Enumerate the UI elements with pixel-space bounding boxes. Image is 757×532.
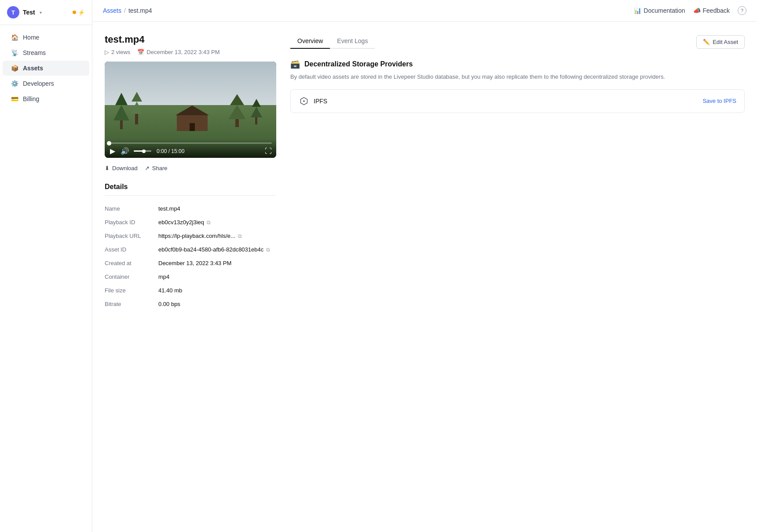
documentation-button[interactable]: 📊 Documentation (634, 7, 685, 14)
ipfs-icon (299, 96, 309, 106)
workspace-name: Test (23, 9, 35, 16)
sidebar: T Test ▾ ⚡ 🏠 Home 📡 Streams 📦 Assets ⚙️ … (0, 0, 92, 532)
edit-asset-label: Edit Asset (713, 39, 738, 45)
ipfs-label: IPFS (314, 98, 327, 105)
tree-top2c (230, 94, 244, 105)
cabin (177, 107, 208, 131)
tab-event-logs[interactable]: Event Logs (330, 34, 375, 49)
tabs-row: Overview Event Logs ✏️ Edit Asset (290, 34, 745, 49)
tree-right (228, 100, 246, 127)
copy-button[interactable]: ⧉ (266, 247, 270, 253)
sidebar-item-developers[interactable]: ⚙️ Developers (3, 76, 89, 91)
table-row: Playback IDeb0cv13z0y2j3ieq⧉ (105, 215, 276, 229)
lightning-icon: ⚡ (78, 9, 85, 16)
progress-bar[interactable] (109, 142, 272, 144)
asset-title: test.mp4 (105, 34, 276, 45)
views-meta: ▷ 2 views (105, 49, 130, 55)
detail-value: test.mp4 (158, 205, 180, 212)
details-title: Details (105, 183, 276, 196)
cabin-door (190, 123, 195, 131)
share-label: Share (152, 165, 168, 171)
play-meta-icon: ▷ (105, 49, 109, 55)
detail-label: Asset ID (105, 246, 153, 253)
tree-left (113, 99, 129, 129)
sidebar-header[interactable]: T Test ▾ ⚡ (0, 0, 92, 25)
detail-value: 41.40 mb (158, 287, 182, 294)
detail-label: Playback ID (105, 219, 153, 226)
copy-button[interactable]: ⧉ (238, 233, 242, 239)
save-to-ipfs-button[interactable]: Save to IPFS (702, 98, 736, 104)
tree-topc (228, 105, 246, 119)
table-row: Created atDecember 13, 2022 3:43 PM (105, 256, 276, 270)
main-wrapper: Assets / test.mp4 📊 Documentation 📣 Feed… (92, 0, 757, 532)
tree-left2 (131, 98, 143, 124)
detail-label: Playback URL (105, 233, 153, 239)
copy-button[interactable]: ⧉ (207, 219, 211, 226)
feedback-label: Feedback (703, 7, 730, 14)
tabs: Overview Event Logs (290, 34, 375, 49)
storage-card-ipfs: IPFS Save to IPFS (290, 89, 745, 113)
download-label: Download (112, 165, 138, 171)
fullscreen-button[interactable]: ⛶ (265, 147, 272, 155)
detail-value: https://lp-playback.com/hls/e...⧉ (158, 233, 242, 239)
storage-section: 🗃️ Decentralized Storage Providers By de… (290, 59, 745, 113)
volume-button[interactable]: 🔊 (120, 147, 130, 155)
table-row: Playback URLhttps://lp-playback.com/hls/… (105, 229, 276, 243)
edit-asset-button[interactable]: ✏️ Edit Asset (696, 35, 745, 49)
edit-icon: ✏️ (703, 39, 710, 45)
controls-row: ▶ 🔊 0:00 / 15:00 ⛶ (109, 147, 272, 155)
chevron-down-icon: ▾ (40, 10, 42, 15)
sidebar-item-assets[interactable]: 📦 Assets (3, 61, 89, 76)
topbar-actions: 📊 Documentation 📣 Feedback ? (634, 6, 746, 15)
breadcrumb: Assets / test.mp4 (103, 7, 152, 14)
tree-right2 (251, 105, 262, 124)
breadcrumb-separator: / (124, 7, 126, 14)
tree-top2 (115, 93, 128, 105)
tab-overview[interactable]: Overview (290, 34, 330, 49)
table-row: Containermp4 (105, 270, 276, 284)
calendar-meta-icon: 📅 (137, 49, 144, 55)
tree-topd (251, 107, 262, 117)
table-row: Bitrate0.00 bps (105, 297, 276, 311)
volume-dot (142, 149, 146, 153)
detail-label: Bitrate (105, 301, 153, 307)
sidebar-item-billing[interactable]: 💳 Billing (3, 91, 89, 106)
feedback-button[interactable]: 📣 Feedback (693, 7, 730, 14)
play-button[interactable]: ▶ (109, 147, 116, 155)
tree-trunkb (135, 114, 138, 124)
cabin-body (177, 115, 208, 131)
sidebar-icons: ⚡ (73, 9, 85, 16)
home-icon: 🏠 (11, 33, 18, 41)
left-panel: test.mp4 ▷ 2 views 📅 December 13, 2022 3… (105, 34, 276, 520)
right-panel: Overview Event Logs ✏️ Edit Asset 🗃️ Dec… (290, 34, 745, 520)
assets-icon: 📦 (11, 64, 18, 72)
detail-value: eb0cf0b9-ba24-4580-afb6-82dc8031eb4c⧉ (158, 246, 270, 253)
video-actions: ⬇ Download ↗ Share (105, 163, 276, 173)
storage-icon: 🗃️ (290, 59, 300, 69)
cabin-roof (176, 106, 209, 115)
detail-value: 0.00 bps (158, 301, 180, 307)
sidebar-label-streams: Streams (23, 49, 46, 56)
status-dot-icon (73, 11, 76, 14)
storage-title: Decentralized Storage Providers (304, 60, 413, 68)
video-player[interactable]: ▶ 🔊 0:00 / 15:00 ⛶ (105, 62, 276, 158)
tree-trunkd (255, 117, 257, 124)
tree-trunkc (235, 119, 239, 127)
tree-top2b (132, 92, 142, 102)
share-button[interactable]: ↗ Share (145, 163, 168, 173)
sidebar-item-streams[interactable]: 📡 Streams (3, 45, 89, 60)
volume-slider[interactable] (134, 150, 151, 152)
sidebar-nav: 🏠 Home 📡 Streams 📦 Assets ⚙️ Developers … (0, 25, 92, 532)
sidebar-label-assets: Assets (23, 65, 43, 72)
developers-icon: ⚙️ (11, 80, 18, 87)
breadcrumb-assets-link[interactable]: Assets (103, 7, 121, 14)
sidebar-label-developers: Developers (23, 80, 54, 87)
sidebar-item-home[interactable]: 🏠 Home (3, 30, 89, 45)
tree-topb (131, 102, 143, 114)
created-date: December 13, 2022 3:43 PM (146, 49, 219, 55)
help-button[interactable]: ? (738, 6, 746, 15)
tree-top2d (252, 99, 261, 107)
storage-card-left: IPFS (299, 96, 327, 106)
streams-icon: 📡 (11, 49, 18, 57)
download-button[interactable]: ⬇ Download (105, 163, 138, 173)
